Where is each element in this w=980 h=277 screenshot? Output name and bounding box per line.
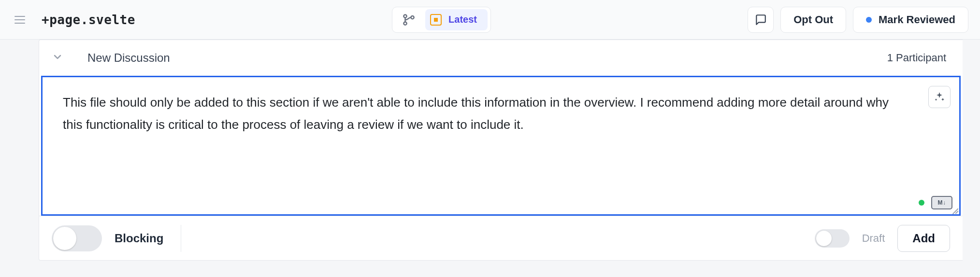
chevron-down-icon (52, 51, 63, 63)
status-ok-icon (919, 200, 924, 206)
header-actions: Opt Out Mark Reviewed (748, 7, 968, 33)
comment-button[interactable] (748, 7, 774, 33)
opt-out-button[interactable]: Opt Out (780, 7, 846, 33)
add-button-label: Add (912, 232, 935, 245)
blocking-label: Blocking (115, 232, 163, 245)
participants-count: 1 Participant (887, 52, 946, 64)
add-comment-button[interactable]: Add (897, 225, 950, 252)
discussion-panel: New Discussion 1 Participant M↓ Blocking… (39, 40, 963, 261)
discussion-title: New Discussion (87, 51, 170, 65)
toggle-knob (53, 227, 76, 250)
mark-reviewed-label: Mark Reviewed (879, 14, 955, 26)
menu-icon[interactable] (12, 13, 28, 27)
latest-version-label: Latest (448, 14, 477, 25)
discussion-header: New Discussion 1 Participant (39, 40, 963, 76)
comment-icon (754, 14, 767, 26)
collapse-toggle[interactable] (49, 48, 66, 68)
markdown-icon[interactable]: M↓ (931, 196, 952, 209)
review-status-dot-icon (866, 17, 872, 23)
toggle-knob (816, 231, 832, 246)
mark-reviewed-button[interactable]: Mark Reviewed (853, 7, 968, 33)
resize-handle-icon[interactable] (951, 206, 958, 213)
draft-label: Draft (862, 232, 885, 245)
editor-status-icons: M↓ (919, 196, 952, 209)
comment-editor: M↓ (41, 76, 961, 216)
ai-assist-button[interactable] (928, 86, 951, 108)
file-name: +page.svelte (42, 13, 135, 27)
file-header: +page.svelte Latest Opt Out (0, 0, 980, 40)
branch-selector[interactable]: Latest (392, 7, 491, 33)
divider (181, 225, 181, 252)
blocking-toggle[interactable] (52, 225, 102, 251)
sparkle-icon (934, 91, 945, 103)
latest-version-pill[interactable]: Latest (425, 9, 488, 30)
version-square-icon (430, 14, 442, 26)
comment-textarea[interactable] (43, 77, 959, 212)
opt-out-label: Opt Out (793, 14, 833, 26)
git-branch-icon (392, 7, 425, 32)
discussion-footer: Blocking Draft Add (39, 216, 963, 260)
draft-toggle[interactable] (815, 229, 850, 248)
